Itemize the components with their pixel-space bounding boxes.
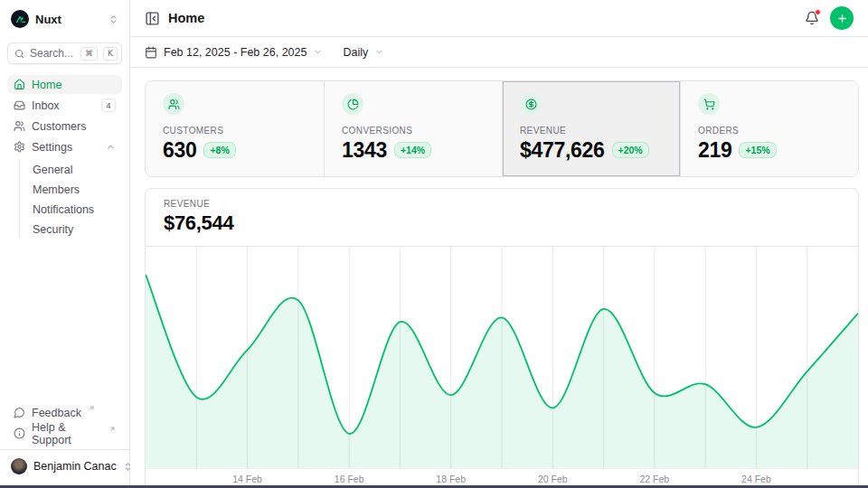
external-link-icon bbox=[89, 405, 95, 411]
sidebar-subitem-members[interactable]: Members bbox=[20, 180, 122, 199]
stat-label: ORDERS bbox=[698, 126, 841, 136]
x-tick-label: 20 Feb bbox=[538, 474, 568, 484]
stat-label: REVENUE bbox=[520, 126, 663, 136]
stat-delta-badge: +8% bbox=[203, 142, 235, 158]
search-input[interactable] bbox=[30, 47, 75, 60]
sidebar-subitem-notifications[interactable]: Notifications bbox=[20, 200, 122, 219]
user-name: Benjamin Canac bbox=[33, 460, 117, 473]
stat-delta-badge: +20% bbox=[612, 142, 649, 158]
chevrons-up-down-icon bbox=[108, 14, 118, 24]
search-box[interactable]: ⌘ K bbox=[7, 42, 122, 64]
stat-label: CUSTOMERS bbox=[163, 126, 307, 136]
sidebar-item-feedback[interactable]: Feedback bbox=[7, 403, 122, 422]
date-range-label: Feb 12, 2025 - Feb 26, 2025 bbox=[164, 46, 307, 59]
chart-header: REVENUE $76,544 bbox=[146, 189, 858, 247]
users-icon bbox=[163, 93, 184, 115]
add-button[interactable] bbox=[830, 6, 854, 30]
chevron-up-icon bbox=[106, 142, 116, 152]
user-menu[interactable]: Benjamin Canac bbox=[7, 456, 122, 476]
period-label: Daily bbox=[343, 46, 368, 59]
kbd-cmd: ⌘ bbox=[80, 47, 98, 61]
sidebar-item-label: Help & Support bbox=[32, 421, 102, 446]
sidebar-item-customers[interactable]: Customers bbox=[7, 117, 122, 136]
notifications-button[interactable] bbox=[805, 11, 819, 25]
page-header: Home bbox=[130, 0, 868, 37]
sidebar-item-help-support[interactable]: Help & Support bbox=[7, 424, 122, 443]
workspace-name: Nuxt bbox=[35, 13, 61, 26]
stat-card-orders[interactable]: ORDERS 219 +15% bbox=[680, 81, 858, 176]
stat-card-customers[interactable]: CUSTOMERS 630 +8% bbox=[146, 81, 324, 176]
gear-icon bbox=[14, 141, 25, 153]
shopping-cart-icon bbox=[698, 93, 720, 115]
stats-row: CUSTOMERS 630 +8% CONVERSIONS 1343 +14% bbox=[145, 80, 859, 177]
chart-metric-label: REVENUE bbox=[164, 199, 840, 209]
x-tick-label: 14 Feb bbox=[232, 474, 262, 484]
home-icon bbox=[14, 79, 25, 90]
stat-value: 1343 bbox=[342, 139, 387, 161]
workspace-switcher[interactable]: Nuxt bbox=[7, 9, 122, 29]
sidebar-item-inbox[interactable]: Inbox 4 bbox=[7, 96, 122, 115]
notification-dot bbox=[815, 9, 821, 15]
sidebar-nav: Home Inbox 4 Customers Settings GeneralM… bbox=[7, 75, 122, 239]
chart-pie-icon bbox=[342, 93, 363, 115]
inbox-icon bbox=[14, 99, 25, 111]
users-icon bbox=[14, 120, 25, 132]
avatar bbox=[11, 458, 27, 474]
stat-card-conversions[interactable]: CONVERSIONS 1343 +14% bbox=[324, 81, 502, 176]
search-icon bbox=[14, 49, 24, 59]
chart-x-axis: 14 Feb16 Feb18 Feb20 Feb22 Feb24 Feb bbox=[146, 468, 858, 485]
revenue-chart-card: REVENUE $76,544 14 Feb16 Feb18 Feb20 Feb… bbox=[145, 188, 859, 485]
period-select[interactable]: Daily bbox=[343, 46, 384, 59]
date-range-picker[interactable]: Feb 12, 2025 - Feb 26, 2025 bbox=[145, 46, 323, 59]
calendar-icon bbox=[145, 46, 157, 59]
x-tick-label: 22 Feb bbox=[639, 474, 669, 484]
sidebar-item-label: Inbox bbox=[32, 99, 60, 112]
stat-delta-badge: +15% bbox=[739, 142, 776, 158]
filters-toolbar: Feb 12, 2025 - Feb 26, 2025 Daily bbox=[130, 37, 868, 68]
external-link-icon bbox=[109, 426, 116, 432]
stat-label: CONVERSIONS bbox=[342, 126, 485, 136]
message-circle-icon bbox=[14, 407, 25, 418]
chevron-down-icon bbox=[374, 47, 384, 57]
info-icon bbox=[14, 427, 25, 439]
chevron-down-icon bbox=[313, 47, 323, 57]
stat-value: $477,626 bbox=[520, 139, 605, 161]
sidebar-subitem-general[interactable]: General bbox=[20, 160, 122, 179]
sidebar-item-label: Settings bbox=[32, 141, 72, 154]
stat-value: 219 bbox=[698, 139, 731, 161]
inbox-count-badge: 4 bbox=[101, 99, 116, 112]
sidebar-subitem-security[interactable]: Security bbox=[20, 220, 122, 239]
sidebar-item-home[interactable]: Home bbox=[7, 75, 122, 94]
stat-delta-badge: +14% bbox=[394, 142, 431, 158]
x-tick-label: 18 Feb bbox=[436, 474, 466, 484]
circle-dollar-icon bbox=[520, 93, 542, 115]
revenue-chart-svg bbox=[146, 247, 858, 468]
x-tick-label: 16 Feb bbox=[335, 474, 364, 484]
sidebar-footer-links: Feedback Help & Support bbox=[7, 403, 122, 443]
sidebar-toggle-button[interactable] bbox=[145, 11, 160, 26]
stat-value: 630 bbox=[163, 139, 196, 161]
sidebar-item-label: Home bbox=[32, 79, 61, 91]
sidebar: Nuxt ⌘ K Home Inbox 4 bbox=[0, 0, 130, 485]
sidebar-item-label: Feedback bbox=[32, 407, 81, 419]
main-area: Home Feb 12, 2025 - Feb 26, 2025 Daily bbox=[130, 0, 868, 485]
stat-card-revenue[interactable]: REVENUE $477,626 +20% bbox=[502, 81, 680, 176]
settings-sub-list: GeneralMembersNotificationsSecurity bbox=[19, 160, 122, 239]
nuxt-logo-icon bbox=[11, 10, 29, 28]
sidebar-item-label: Customers bbox=[32, 120, 86, 133]
revenue-area-chart bbox=[146, 247, 858, 468]
x-tick-label: 24 Feb bbox=[741, 474, 771, 484]
chart-metric-value: $76,544 bbox=[164, 211, 840, 235]
sidebar-item-settings[interactable]: Settings bbox=[7, 137, 122, 156]
kbd-k: K bbox=[103, 47, 118, 61]
page-title: Home bbox=[168, 11, 204, 25]
